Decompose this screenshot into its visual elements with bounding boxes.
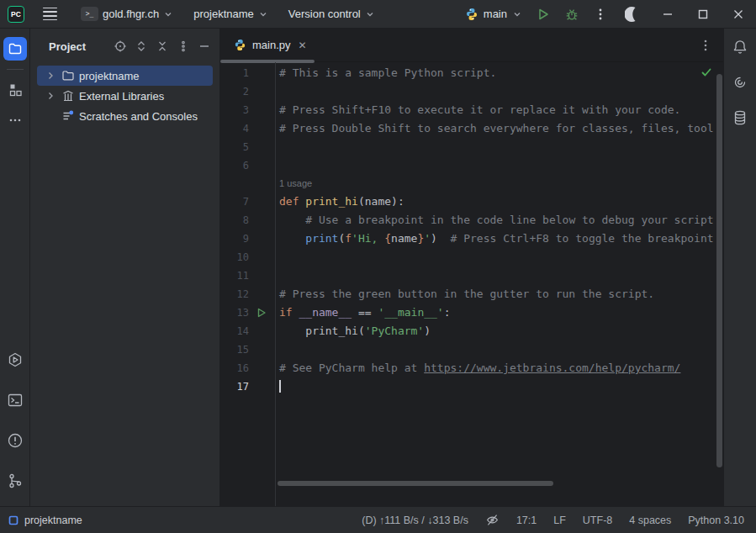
code-line-9: print(f'Hi, {name}') # Press Ctrl+F8 to … bbox=[277, 230, 716, 248]
line-number: 13 bbox=[220, 307, 249, 319]
code-line-13: if __name__ == '__main__': bbox=[277, 303, 716, 322]
close-icon bbox=[732, 8, 744, 20]
tree-item-external-libraries[interactable]: External Libraries bbox=[37, 86, 213, 106]
status-segment-python-3.10[interactable]: Python 3.10 bbox=[688, 515, 744, 526]
services-run-icon bbox=[7, 351, 24, 368]
code-text-area[interactable]: # This is a sample Python script.# Press… bbox=[277, 62, 716, 506]
project-tool-button[interactable] bbox=[3, 37, 27, 61]
chevron-down-icon bbox=[258, 9, 268, 19]
kebab-menu-icon bbox=[595, 8, 606, 21]
vertical-scrollbar[interactable] bbox=[716, 74, 722, 467]
code-line-14: print_hi('PyCharm') bbox=[277, 322, 716, 340]
problems-tool-button[interactable] bbox=[3, 429, 27, 452]
project-panel: Project bbox=[30, 29, 220, 506]
text-caret bbox=[279, 380, 281, 393]
vcs-menu[interactable]: Version control bbox=[283, 4, 380, 24]
folder-icon bbox=[61, 69, 75, 82]
line-number: 3 bbox=[220, 104, 249, 116]
network-speed-widget[interactable]: (D) ↑111 B/s / ↓313 B/s bbox=[362, 515, 468, 526]
more-tool-windows-button[interactable] bbox=[3, 108, 27, 132]
hamburger-menu-icon[interactable] bbox=[34, 8, 66, 20]
code-line-8: # Use a breakpoint in the code line belo… bbox=[277, 211, 716, 230]
notifications-button[interactable] bbox=[732, 39, 748, 55]
chevron-right-icon bbox=[45, 71, 56, 81]
tree-item-projektname[interactable]: projektname bbox=[37, 66, 213, 86]
tab-close-icon[interactable]: ✕ bbox=[297, 40, 309, 51]
code-line-7: def print_hi(name): bbox=[277, 193, 716, 211]
editor-options-button[interactable] bbox=[700, 39, 723, 52]
terminal-tool-button[interactable] bbox=[3, 388, 27, 412]
tab-main-py[interactable]: main.py ✕ bbox=[220, 29, 317, 61]
status-segment-4-spaces[interactable]: 4 spaces bbox=[629, 515, 671, 526]
kebab-menu-icon[interactable] bbox=[177, 40, 190, 53]
code-line-6 bbox=[277, 156, 716, 175]
git-tool-button[interactable] bbox=[3, 469, 27, 493]
highlighting-off-icon[interactable] bbox=[485, 513, 500, 527]
collapse-all-icon[interactable] bbox=[156, 40, 169, 53]
tree-item-label: External Libraries bbox=[79, 90, 164, 103]
python-icon bbox=[234, 39, 246, 51]
code-line-15 bbox=[277, 340, 716, 359]
terminal-icon bbox=[7, 392, 24, 409]
line-number: 2 bbox=[220, 86, 249, 98]
remote-host-label: gold.fhgr.ch bbox=[103, 8, 159, 20]
code-line-17 bbox=[277, 377, 716, 396]
status-segment-17-1[interactable]: 17:1 bbox=[516, 515, 537, 526]
project-menu[interactable]: projektname bbox=[188, 4, 273, 24]
maximize-icon bbox=[697, 8, 709, 20]
crescent-icon bbox=[625, 6, 640, 23]
horizontal-scrollbar[interactable] bbox=[278, 481, 553, 486]
maximize-button[interactable] bbox=[685, 0, 721, 29]
run-icon bbox=[536, 7, 551, 22]
more-actions-button[interactable] bbox=[586, 3, 615, 26]
status-project-widget[interactable]: projektname bbox=[8, 515, 82, 526]
line-number: 15 bbox=[220, 344, 249, 356]
close-button[interactable] bbox=[721, 0, 756, 29]
run-configuration-label: main bbox=[484, 8, 507, 20]
locate-file-icon[interactable] bbox=[114, 40, 127, 53]
code-editor[interactable]: 1234567891011121314151617 # This is a sa… bbox=[220, 62, 723, 506]
database-icon bbox=[732, 109, 748, 126]
scratches-icon bbox=[61, 109, 75, 123]
code-line-4: # Press Double Shift to search everywher… bbox=[277, 119, 716, 138]
editor-gutter: 1234567891011121314151617 bbox=[220, 62, 276, 506]
right-tool-strip bbox=[723, 29, 756, 506]
crescent-button[interactable] bbox=[615, 0, 650, 29]
database-button[interactable] bbox=[732, 109, 748, 126]
chevron-down-icon bbox=[512, 9, 522, 19]
debug-button[interactable] bbox=[558, 3, 586, 26]
status-bar: projektname (D) ↑111 B/s / ↓313 B/s 17:1… bbox=[0, 506, 756, 533]
structure-icon bbox=[8, 82, 23, 98]
code-line-3: # Press Shift+F10 to execute it or repla… bbox=[277, 101, 716, 119]
expand-all-icon[interactable] bbox=[135, 40, 148, 53]
strip-divider bbox=[7, 69, 24, 70]
usages-inlay-hint[interactable]: 1 usage bbox=[277, 175, 716, 193]
code-line-1: # This is a sample Python script. bbox=[277, 64, 716, 82]
line-number: 9 bbox=[220, 233, 249, 245]
minimize-button[interactable] bbox=[650, 0, 685, 29]
remote-host-menu[interactable]: >_ gold.fhgr.ch bbox=[76, 3, 178, 24]
project-folder-icon bbox=[8, 41, 23, 56]
tree-item-label: projektname bbox=[79, 70, 140, 82]
status-segment-lf[interactable]: LF bbox=[553, 515, 566, 526]
run-configuration-selector[interactable]: main bbox=[458, 5, 529, 24]
hide-panel-icon[interactable] bbox=[198, 40, 211, 53]
minimize-icon bbox=[662, 8, 674, 20]
structure-tool-button[interactable] bbox=[3, 78, 27, 102]
line-number: 1 bbox=[220, 67, 249, 79]
project-widget-icon bbox=[8, 515, 19, 525]
status-segment-utf-8[interactable]: UTF-8 bbox=[583, 515, 612, 526]
line-number: 16 bbox=[220, 362, 249, 374]
line-number: 7 bbox=[220, 196, 249, 208]
ai-assistant-button[interactable] bbox=[732, 74, 748, 91]
inspection-ok-icon[interactable] bbox=[700, 66, 712, 78]
tree-item-scratches-and-consoles[interactable]: Scratches and Consoles bbox=[37, 106, 213, 126]
debug-icon bbox=[564, 7, 579, 22]
services-tool-button[interactable] bbox=[3, 348, 27, 372]
code-line-2 bbox=[277, 82, 716, 101]
run-line-icon[interactable] bbox=[256, 308, 267, 318]
run-button[interactable] bbox=[529, 3, 558, 26]
chevron-right-icon bbox=[45, 91, 56, 101]
chevron-down-icon bbox=[365, 9, 375, 19]
status-project-label: projektname bbox=[24, 515, 82, 526]
